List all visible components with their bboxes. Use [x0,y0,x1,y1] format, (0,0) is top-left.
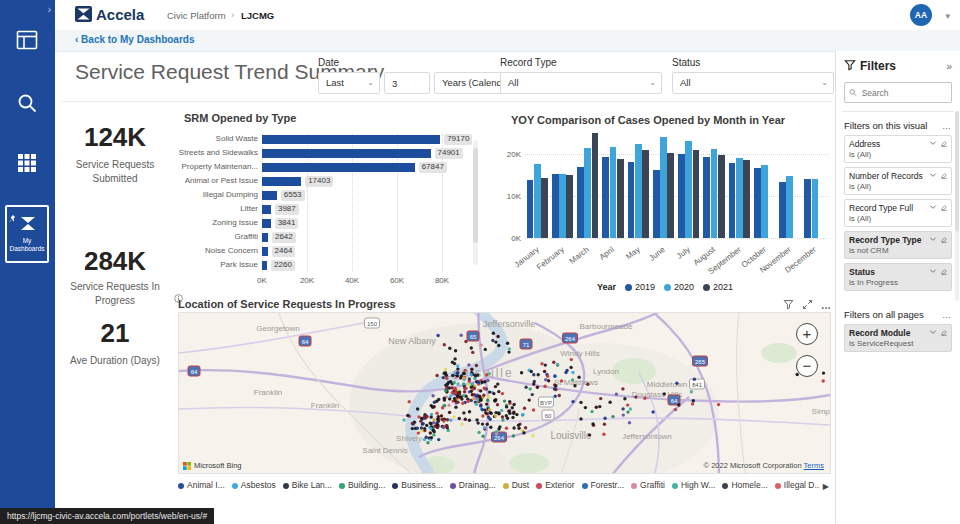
map-data-point[interactable] [475,403,478,406]
map-data-point[interactable] [495,432,498,435]
map-data-point[interactable] [497,390,500,393]
map-data-point[interactable] [524,426,527,429]
date-value-input[interactable] [384,72,430,94]
map-data-point[interactable] [484,348,487,351]
map-canvas[interactable]: GeorgetownNew AlbanyJeffersonvilleBarbou… [178,312,831,474]
map-data-point[interactable] [488,408,491,411]
bar[interactable] [667,153,674,238]
map-legend-item[interactable]: Business... [392,480,443,490]
map-data-point[interactable] [478,395,481,398]
map-data-point[interactable] [492,392,495,395]
map-data-point[interactable] [497,344,500,347]
map-legend-item[interactable]: Drainag... [450,480,496,490]
map-data-point[interactable] [501,418,504,421]
bar[interactable] [628,162,635,238]
map-data-point[interactable] [436,334,439,337]
map-data-point[interactable] [440,418,443,421]
map-data-point[interactable] [546,375,549,378]
map-zoom-in-button[interactable]: + [796,323,818,345]
map-data-point[interactable] [463,372,466,375]
map-data-point[interactable] [464,387,467,390]
map-data-point[interactable] [501,415,504,418]
map-legend-item[interactable]: Bike Lan... [283,480,332,490]
map-data-point[interactable] [470,368,473,371]
map-data-point[interactable] [553,387,556,390]
map-legend-item[interactable]: Dust [503,480,529,490]
map-data-point[interactable] [444,368,447,371]
map-data-point[interactable] [512,434,515,437]
map-data-point[interactable] [460,422,463,425]
section-more-options-icon[interactable]: … [942,121,952,131]
map-data-point[interactable] [496,403,499,406]
map-data-point[interactable] [512,410,515,413]
map-data-point[interactable] [517,424,520,427]
map-data-point[interactable] [560,379,563,382]
bar[interactable] [761,165,768,238]
map-data-point[interactable] [588,433,591,436]
status-select[interactable]: All⌄ [672,72,834,94]
bar[interactable] [262,149,431,158]
map-data-point[interactable] [429,427,432,430]
map-data-point[interactable] [444,389,447,392]
eraser-icon[interactable] [940,171,948,179]
map-data-point[interactable] [602,433,605,436]
filter-card[interactable]: Record Type Fullis (All) [844,199,952,227]
map-data-point[interactable] [425,436,428,439]
map-data-point[interactable] [547,379,550,382]
map-data-point[interactable] [586,383,589,386]
map-data-point[interactable] [406,414,409,417]
map-legend-item[interactable]: Building... [339,480,385,490]
bar[interactable] [711,149,718,238]
map-data-point[interactable] [420,426,423,429]
map-data-point[interactable] [552,361,555,364]
map-data-point[interactable] [497,412,500,415]
map-data-point[interactable] [423,415,426,418]
map-data-point[interactable] [446,418,449,421]
chevron-down-icon[interactable] [929,203,937,211]
chevron-down-icon[interactable] [929,267,937,275]
map-data-point[interactable] [429,431,432,434]
map-data-point[interactable] [451,374,454,377]
map-data-point[interactable] [453,415,456,418]
bar[interactable] [262,177,301,186]
map-data-point[interactable] [448,347,451,350]
map-data-point[interactable] [468,410,471,413]
bar[interactable] [262,135,440,144]
map-data-point[interactable] [447,381,450,384]
bar[interactable] [577,167,584,238]
map-data-point[interactable] [481,435,484,438]
map-data-point[interactable] [536,386,539,389]
map-data-point[interactable] [595,406,598,409]
bar[interactable] [262,261,267,270]
chart-scrollbar[interactable] [473,140,478,265]
map-legend-item[interactable]: High W... [672,480,715,490]
map-data-point[interactable] [634,395,637,398]
map-data-point[interactable] [484,411,487,414]
map-data-point[interactable] [544,378,547,381]
map-data-point[interactable] [429,421,432,424]
map-zoom-out-button[interactable]: − [796,355,818,377]
more-options-icon[interactable]: … [821,300,831,311]
bar[interactable] [262,219,271,228]
map-data-point[interactable] [621,387,624,390]
map-data-point[interactable] [571,400,574,403]
terms-link[interactable]: Terms [804,461,824,470]
sidebar-expand-chevron-icon[interactable]: › [48,4,51,15]
map-data-point[interactable] [447,404,450,407]
bar[interactable] [642,150,649,238]
map-data-point[interactable] [479,404,482,407]
map-data-point[interactable] [487,415,490,418]
map-data-point[interactable] [690,390,693,393]
section-more-options-icon[interactable]: … [942,310,952,320]
map-data-point[interactable] [447,429,450,432]
map-data-point[interactable] [564,371,567,374]
map-data-point[interactable] [480,343,483,346]
map-legend-item[interactable]: Asbestos [232,480,276,490]
map-data-point[interactable] [553,374,556,377]
map-data-point[interactable] [432,405,435,408]
bar[interactable] [736,158,743,238]
map-data-point[interactable] [494,385,497,388]
map-data-point[interactable] [571,378,574,381]
map-data-point[interactable] [507,350,510,353]
map-data-point[interactable] [463,390,466,393]
